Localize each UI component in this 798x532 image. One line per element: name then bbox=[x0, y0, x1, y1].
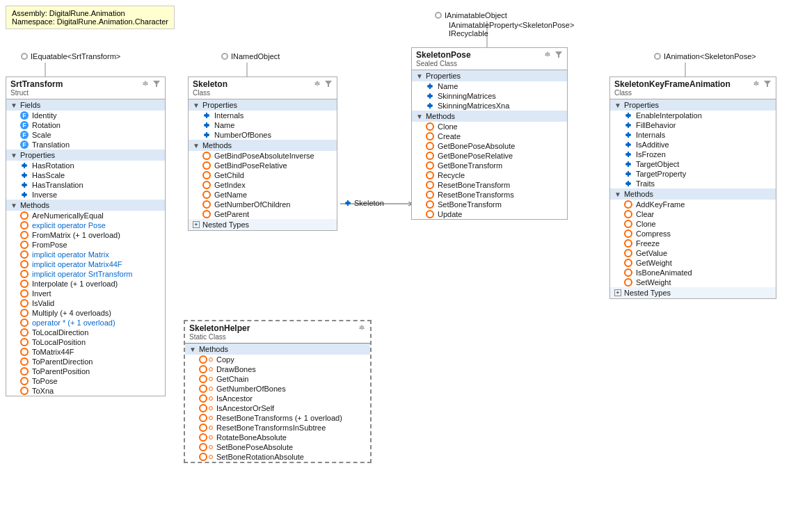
helper-method-10: SetBoneRotationAbsolute bbox=[185, 452, 370, 462]
kf-method-8: SetWeight bbox=[610, 277, 776, 287]
kf-prop-1: FillBehavior bbox=[610, 120, 776, 130]
srt-method-2: FromMatrix (+ 1 overload) bbox=[6, 230, 165, 240]
pose-methods-header[interactable]: ▼ Methods bbox=[412, 111, 567, 122]
overload-icon bbox=[209, 387, 213, 391]
pose-method-7: ResetBoneTransforms bbox=[412, 190, 567, 200]
method-icon bbox=[199, 433, 207, 442]
method-icon bbox=[624, 239, 632, 248]
diagram-canvas: Assembly: DigitalRune.Animation Namespac… bbox=[0, 0, 798, 532]
keyframe-props-header[interactable]: ▼ Properties bbox=[610, 99, 776, 111]
srt-props-header[interactable]: ▼ Properties bbox=[6, 150, 165, 161]
skeleton-method-4: GetName bbox=[189, 190, 337, 200]
expand-icon[interactable]: + bbox=[614, 289, 621, 296]
wrench-icon bbox=[20, 181, 29, 189]
pose-props-header[interactable]: ▼ Properties bbox=[412, 70, 567, 81]
overload-icon bbox=[209, 435, 213, 440]
kf-prop-4: IsFrozen bbox=[610, 150, 776, 159]
skeleton-prop-numbones: NumberOfBones bbox=[189, 130, 337, 140]
kf-method-7: IsBoneAnimated bbox=[610, 268, 776, 277]
method-icon bbox=[202, 181, 211, 189]
svg-rect-43 bbox=[628, 113, 629, 118]
srt-field-rotation: F Rotation bbox=[6, 120, 165, 130]
wrench-icon bbox=[624, 179, 632, 188]
filter-icon[interactable] bbox=[324, 79, 333, 88]
helper-method-8: RotateBoneAbsolute bbox=[185, 433, 370, 442]
skeleton-helper-header: SkeletonHelper Static Class bbox=[185, 321, 370, 344]
filter-icon[interactable] bbox=[554, 50, 563, 58]
skeleton-props-header[interactable]: ▼ Properties bbox=[189, 99, 337, 111]
skeleton-pose-header: SkeletonPose Sealed Class bbox=[412, 48, 567, 70]
skeletonkeyframe-interface-label: IAnimation<SkeletonPose> bbox=[654, 52, 756, 61]
svg-rect-27 bbox=[347, 200, 349, 206]
sort-icon[interactable] bbox=[543, 50, 552, 58]
wrench-small-icon bbox=[344, 199, 352, 207]
pose-method-1: Create bbox=[412, 131, 567, 141]
sort-icon[interactable] bbox=[141, 79, 150, 88]
assembly-line2: Namespace: DigitalRune.Animation.Charact… bbox=[12, 17, 168, 26]
method-icon bbox=[199, 394, 207, 403]
skeleton-helper-stereotype: Static Class bbox=[189, 333, 250, 341]
helper-methods-header[interactable]: ▼ Methods bbox=[185, 344, 370, 355]
method-icon bbox=[199, 424, 207, 432]
filter-icon[interactable] bbox=[152, 79, 161, 88]
kf-prop-3: IsAdditive bbox=[610, 140, 776, 150]
srt-method-8: Invert bbox=[6, 289, 165, 298]
srt-method-7: Interpolate (+ 1 overload) bbox=[6, 279, 165, 289]
srt-fields-header[interactable]: ▼ Fields bbox=[6, 99, 165, 111]
srt-methods-header[interactable]: ▼ Methods bbox=[6, 200, 165, 211]
kf-method-2: Clone bbox=[610, 219, 776, 229]
field-icon: F bbox=[20, 140, 29, 149]
method-icon bbox=[20, 270, 29, 278]
kf-method-1: Clear bbox=[610, 209, 776, 219]
assembly-line1: Assembly: DigitalRune.Animation bbox=[12, 9, 168, 17]
skeleton-interface-label: INamedObject bbox=[221, 52, 280, 61]
overload-icon bbox=[209, 357, 213, 362]
srt-method-15: ToParentDirection bbox=[6, 357, 165, 366]
srt-transform-header: SrtTransform Struct bbox=[6, 77, 165, 99]
wrench-icon bbox=[20, 191, 29, 199]
keyframe-methods-header[interactable]: ▼ Methods bbox=[610, 188, 776, 200]
method-icon bbox=[20, 231, 29, 239]
srt-props-label: Properties bbox=[20, 151, 55, 159]
expand-icon[interactable]: + bbox=[193, 221, 200, 228]
skeleton-methods-header[interactable]: ▼ Methods bbox=[189, 140, 337, 151]
interface-circle bbox=[21, 53, 28, 60]
srt-method-10: Multiply (+ 4 overloads) bbox=[6, 308, 165, 318]
srt-interface-label: IEquatable<SrtTransform> bbox=[21, 52, 120, 61]
method-icon bbox=[20, 348, 29, 356]
srt-field-scale: F Scale bbox=[6, 130, 165, 140]
srt-method-18: ToXna bbox=[6, 386, 165, 396]
sort-icon[interactable] bbox=[358, 323, 366, 332]
srt-method-3: FromPose bbox=[6, 240, 165, 250]
method-icon bbox=[199, 404, 207, 412]
method-icon bbox=[426, 181, 434, 189]
method-icon bbox=[624, 249, 632, 257]
method-icon bbox=[426, 161, 434, 170]
helper-method-3: GetNumberOfBones bbox=[185, 384, 370, 394]
srt-prop-inverse: Inverse bbox=[6, 190, 165, 200]
skeleton-box: Skeleton Class ▼ Properties Internals Na… bbox=[188, 76, 337, 231]
method-icon bbox=[20, 299, 29, 307]
skeleton-nested-types[interactable]: + Nested Types bbox=[189, 219, 337, 230]
pose-method-5: Recycle bbox=[412, 170, 567, 180]
sort-icon[interactable] bbox=[313, 79, 321, 88]
srt-method-16: ToParentPosition bbox=[6, 366, 165, 376]
field-icon: F bbox=[20, 131, 29, 139]
method-icon bbox=[426, 210, 434, 218]
keyframe-header: SkeletonKeyFrameAnimation Class bbox=[610, 77, 776, 99]
svg-rect-12 bbox=[24, 172, 25, 178]
method-icon bbox=[199, 414, 207, 422]
srt-transform-name: SrtTransform bbox=[10, 79, 63, 89]
sort-icon[interactable] bbox=[752, 79, 760, 88]
filter-icon[interactable] bbox=[763, 79, 772, 88]
keyframe-nested-types[interactable]: + Nested Types bbox=[610, 287, 776, 298]
svg-rect-51 bbox=[628, 152, 629, 157]
method-icon bbox=[20, 280, 29, 288]
method-icon bbox=[202, 191, 211, 199]
svg-rect-23 bbox=[206, 122, 207, 128]
skeleton-name: Skeleton bbox=[193, 79, 228, 89]
srt-method-13: ToLocalPosition bbox=[6, 337, 165, 347]
field-icon: F bbox=[20, 121, 29, 129]
wrench-icon bbox=[624, 121, 632, 129]
helper-method-7: ResetBoneTransformsInSubtree bbox=[185, 423, 370, 433]
